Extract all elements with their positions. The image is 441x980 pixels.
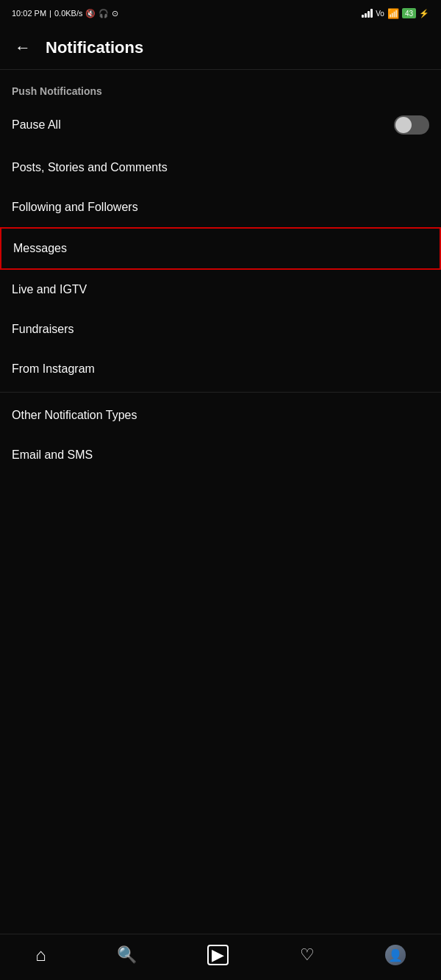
page-title: Notifications: [46, 38, 143, 57]
vo-label: Vo: [376, 10, 384, 18]
nav-reels[interactable]: ▶: [198, 942, 237, 968]
fundraisers-item[interactable]: Fundraisers: [0, 310, 441, 349]
status-time: 10:02 PM: [12, 9, 46, 18]
nav-profile[interactable]: 👤: [376, 942, 415, 968]
mute-icon: 🔇: [85, 9, 96, 18]
pause-all-toggle[interactable]: [394, 115, 429, 135]
back-button[interactable]: ←: [12, 35, 34, 60]
search-icon: 🔍: [117, 945, 137, 965]
status-bar: 10:02 PM | 0.0KB/s 🔇 🎧 ⊙ Vo 📶 43 ⚡: [0, 0, 441, 26]
messages-label: Messages: [13, 242, 67, 255]
from-instagram-item[interactable]: From Instagram: [0, 349, 441, 389]
home-icon: ⌂: [35, 945, 46, 965]
page-header: ← Notifications: [0, 26, 441, 70]
status-speed: 0.0KB/s: [54, 9, 83, 18]
toggle-knob: [395, 117, 412, 133]
push-notifications-section: Push Notifications: [0, 70, 441, 102]
messages-item[interactable]: Messages: [0, 227, 441, 270]
hotspot-icon: ⊙: [112, 9, 118, 18]
fundraisers-label: Fundraisers: [12, 323, 74, 336]
charging-icon: ⚡: [419, 9, 429, 18]
status-right: Vo 📶 43 ⚡: [362, 8, 429, 19]
other-notification-types-item[interactable]: Other Notification Types: [0, 396, 441, 435]
nav-home[interactable]: ⌂: [26, 942, 55, 968]
other-notification-types-label: Other Notification Types: [12, 409, 137, 422]
section-divider: [0, 392, 441, 393]
content-area: Push Notifications Pause All Posts, Stor…: [0, 70, 441, 934]
pause-all-item[interactable]: Pause All: [0, 102, 441, 148]
headphone-icon: 🎧: [98, 9, 109, 18]
heart-icon: ♡: [300, 945, 315, 965]
from-instagram-label: From Instagram: [12, 362, 95, 376]
live-igtv-label: Live and IGTV: [12, 283, 87, 296]
nav-search[interactable]: 🔍: [108, 943, 146, 968]
email-sms-label: Email and SMS: [12, 448, 93, 462]
profile-avatar: 👤: [385, 945, 406, 965]
bottom-nav: ⌂ 🔍 ▶ ♡ 👤: [0, 934, 441, 980]
email-sms-item[interactable]: Email and SMS: [0, 435, 441, 475]
pause-all-label: Pause All: [12, 118, 61, 132]
status-network: |: [49, 9, 51, 18]
posts-stories-comments-label: Posts, Stories and Comments: [12, 161, 168, 174]
signal-icon: [362, 9, 373, 18]
reels-icon: ▶: [207, 945, 229, 965]
status-left: 10:02 PM | 0.0KB/s 🔇 🎧 ⊙: [12, 9, 118, 18]
push-notifications-label: Push Notifications: [12, 85, 102, 97]
nav-activity[interactable]: ♡: [291, 943, 323, 968]
following-followers-item[interactable]: Following and Followers: [0, 187, 441, 227]
live-igtv-item[interactable]: Live and IGTV: [0, 270, 441, 310]
following-followers-label: Following and Followers: [12, 201, 138, 214]
posts-stories-comments-item[interactable]: Posts, Stories and Comments: [0, 148, 441, 187]
battery-icon: 43: [402, 8, 416, 18]
wifi-icon: 📶: [387, 8, 399, 19]
